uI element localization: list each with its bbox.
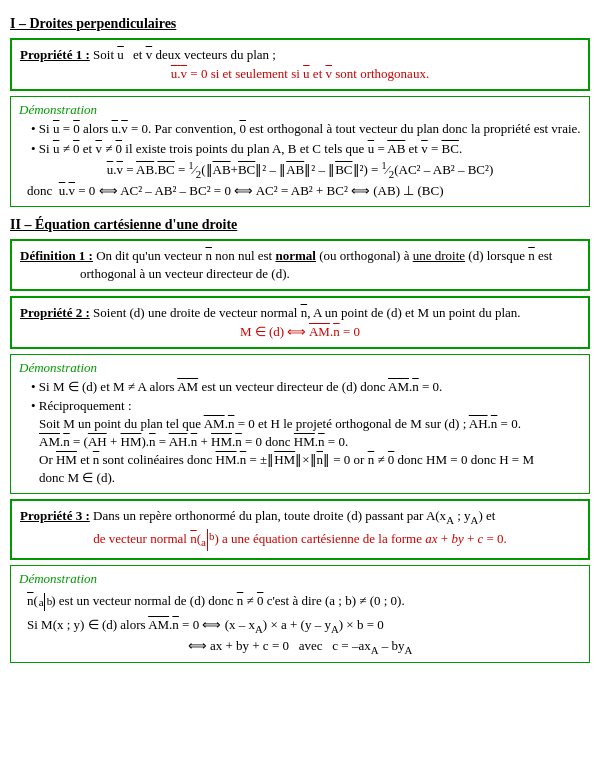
section2-title: II – Équation cartésienne d'une droite: [10, 217, 590, 233]
def1-text2: orthogonal à un vecteur directeur de (d)…: [80, 266, 580, 282]
demo2-line1: • Si M ∈ (d) et M ≠ A alors AM est un ve…: [31, 379, 581, 395]
demo2-line6: donc M ∈ (d).: [39, 470, 581, 486]
demo1-line2: • Si u ≠ 0 et v ≠ 0 il existe trois poin…: [31, 141, 581, 157]
demo1-box: Démonstration • Si u = 0 alors u.v = 0. …: [10, 96, 590, 207]
propriete1-box: Propriété 1 : Soit u et v deux vecteurs …: [10, 38, 590, 91]
propriete2-box: Propriété 2 : Soient (d) une droite de v…: [10, 296, 590, 349]
demo2-box: Démonstration • Si M ∈ (d) et M ≠ A alor…: [10, 354, 590, 494]
def1-box: Définition 1 : On dit qu'un vecteur n no…: [10, 239, 590, 291]
demo3-line1: n(ab) est un vecteur normal de (d) donc …: [27, 590, 581, 611]
propriete1-text: Propriété 1 : Soit u et v deux vecteurs …: [20, 47, 580, 63]
demo1-title: Démonstration: [19, 102, 581, 118]
propriete2-text: Propriété 2 : Soient (d) une droite de v…: [20, 305, 580, 321]
demo3-title: Démonstration: [19, 571, 581, 587]
demo2-line2: • Réciproquement :: [31, 398, 581, 414]
section1-title: I – Droites perpendiculaires: [10, 16, 590, 32]
demo3-line2: Si M(x ; y) ∈ (d) alors AM.n = 0 ⟺ (x – …: [27, 617, 581, 635]
propriete2-formula: M ∈ (d) ⟺ AM.n = 0: [20, 324, 580, 340]
demo3-line3: ⟺ ax + by + c = 0 avec c = –axA – byA: [19, 638, 581, 656]
propriete3-box: Propriété 3 : Dans un repère orthonormé …: [10, 499, 590, 560]
demo2-line4: AM.n = (AH + HM).n = AH.n + HM.n = 0 don…: [39, 434, 581, 450]
propriete1-formula: u.v = 0 si et seulement si u et v sont o…: [20, 66, 580, 82]
def1-text: Définition 1 : On dit qu'un vecteur n no…: [20, 248, 580, 264]
demo1-formula2: donc u.v = 0 ⟺ AC² – AB² – BC² = 0 ⟺ AC²…: [27, 183, 581, 199]
demo1-line1: • Si u = 0 alors u.v = 0. Par convention…: [31, 121, 581, 137]
demo1-formula1: u.v = AB.BC = 1⁄2(‖AB+BC‖² – ‖AB‖² – ‖BC…: [19, 160, 581, 180]
demo2-line5: Or HM et n sont colinéaires donc HM.n = …: [39, 452, 581, 468]
demo3-box: Démonstration n(ab) est un vecteur norma…: [10, 565, 590, 664]
demo2-line3: Soit M un point du plan tel que AM.n = 0…: [39, 416, 581, 432]
propriete3-text: Propriété 3 : Dans un repère orthonormé …: [20, 508, 580, 526]
demo2-title: Démonstration: [19, 360, 581, 376]
propriete3-text2: de vecteur normal n(ab) a une équation c…: [20, 528, 580, 551]
